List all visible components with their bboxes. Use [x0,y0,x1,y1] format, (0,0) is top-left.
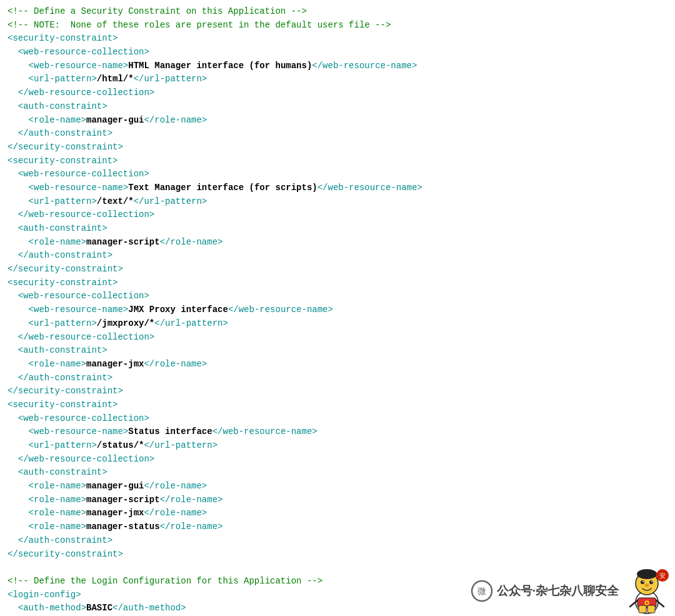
code-value: manager-gui [86,481,144,491]
code-value [8,223,18,233]
xml-tag: <url-pattern> [29,318,97,328]
code-line: <security-constraint> [8,32,668,46]
code-value [8,210,18,220]
xml-tag: <url-pattern> [29,196,97,206]
code-value: /text/* [97,196,134,206]
code-value [8,237,29,247]
code-line: </web-resource-collection> [8,331,668,345]
code-value [8,291,18,301]
code-value [8,250,18,260]
xml-tag: <security-constraint> [8,278,118,288]
xml-tag: <auth-constraint> [18,467,108,477]
xml-tag: <auth-constraint> [18,223,108,233]
xml-tag: <role-name> [29,508,86,518]
code-line: </security-constraint> [8,548,668,562]
xml-tag: </security-constraint> [8,264,123,274]
xml-tag: <login-config> [8,590,81,600]
xml-tag: <web-resource-collection> [18,413,149,423]
code-value: manager-gui [86,115,144,125]
code-content: <!-- Define a Security Constraint on thi… [8,5,668,616]
code-line: <web-resource-name>HTML Manager interfac… [8,59,668,73]
code-value [8,318,29,328]
code-line: <web-resource-collection> [8,290,668,303]
code-value [8,47,18,57]
comment-text: <!-- NOTE: None of these roles are prese… [8,20,391,30]
code-value [8,508,29,518]
code-line: <!-- Define the Login Configuration for … [8,575,668,588]
code-value: Status interface [128,427,212,437]
code-value: HTML Manager interface (for humans) [128,61,312,71]
xml-tag: <role-name> [29,495,86,505]
code-value [8,359,29,369]
code-value [8,603,18,613]
code-value [8,88,18,98]
xml-tag: </role-name> [160,495,223,505]
code-value [8,535,18,545]
xml-tag: </role-name> [144,481,207,491]
code-line: <role-name>manager-status</role-name> [8,520,668,534]
code-value [8,467,18,477]
xml-tag: <url-pattern> [29,74,97,84]
code-line: </auth-constraint> [8,371,668,385]
code-value [8,427,29,437]
code-line: <role-name>manager-script</role-name> [8,236,668,250]
code-line: <role-name>manager-gui</role-name> [8,480,668,493]
code-line: <auth-constraint> [8,466,668,480]
code-value [8,128,18,138]
xml-tag: <role-name> [29,237,86,247]
xml-tag: </auth-constraint> [18,250,112,260]
xml-tag: </role-name> [144,359,207,369]
xml-tag: <web-resource-name> [29,305,129,315]
code-line: <auth-constraint> [8,344,668,358]
code-value: Text Manager interface (for scripts) [128,183,317,193]
code-value: manager-status [86,522,160,532]
code-value [8,183,29,193]
code-line: </web-resource-collection> [8,208,668,222]
code-line: </auth-constraint> [8,534,668,548]
xml-tag: </web-resource-name> [318,183,422,193]
code-value: JMX Proxy interface [128,305,228,315]
xml-tag: <security-constraint> [8,400,118,410]
xml-tag: </security-constraint> [8,386,123,396]
xml-tag: <role-name> [29,115,86,125]
xml-tag: </web-resource-collection> [18,88,154,98]
code-line: <web-resource-collection> [8,168,668,181]
code-line: <web-resource-name>JMX Proxy interface</… [8,303,668,317]
xml-tag: <url-pattern> [29,440,97,450]
code-value: manager-jmx [86,359,144,369]
code-line: </auth-constraint> [8,249,668,263]
code-value: BASIC [86,603,112,613]
code-line: <!-- NOTE: None of these roles are prese… [8,19,668,33]
code-value [8,332,18,342]
code-line: <url-pattern>/status/*</url-pattern> [8,439,668,453]
xml-tag: <web-resource-name> [29,427,129,437]
code-value: /html/* [97,74,134,84]
code-line: <web-resource-collection> [8,412,668,426]
code-value: /status/* [97,440,144,450]
xml-tag: <web-resource-name> [29,61,129,71]
code-value [8,413,18,423]
xml-tag: <auth-constraint> [18,101,108,111]
code-line: </security-constraint> [8,141,668,154]
code-value [8,115,29,125]
xml-tag: </auth-constraint> [18,373,112,383]
code-line: <role-name>manager-jmx</role-name> [8,358,668,371]
code-value: /jmxproxy/* [97,318,154,328]
xml-tag: <role-name> [29,481,86,491]
code-line [8,561,668,575]
xml-tag: <role-name> [29,359,86,369]
code-line: <web-resource-collection> [8,46,668,59]
xml-tag: <security-constraint> [8,156,118,166]
code-value [8,481,29,491]
code-value [8,522,29,532]
comment-text: <!-- Define a Security Constraint on thi… [8,6,307,16]
code-value [8,345,18,355]
code-line: <role-name>manager-script</role-name> [8,493,668,507]
code-line: <auth-method>BASIC</auth-method> [8,602,668,615]
code-value: manager-script [86,237,160,247]
code-line: </security-constraint> [8,263,668,276]
xml-tag: </auth-method> [112,603,186,613]
code-line: <url-pattern>/text/*</url-pattern> [8,195,668,209]
code-line: <security-constraint> [8,398,668,412]
xml-tag: </web-resource-collection> [18,210,154,220]
